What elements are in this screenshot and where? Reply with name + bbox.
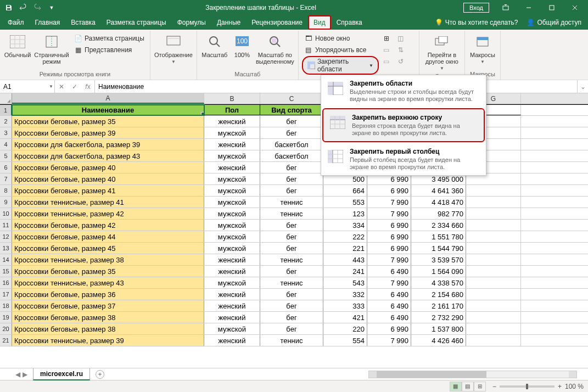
cell[interactable] — [466, 277, 521, 288]
cell[interactable]: женский — [204, 266, 260, 277]
cell[interactable]: мужской — [204, 323, 260, 334]
cell[interactable] — [466, 289, 521, 300]
cell[interactable]: Кроссовки беговые, размер 45 — [12, 243, 204, 254]
tab-pagelayout[interactable]: Разметка страницы — [101, 15, 172, 30]
zoom-level[interactable]: 100 % — [565, 383, 584, 390]
minimize-icon[interactable] — [518, 0, 540, 15]
cell[interactable]: 123 — [323, 208, 367, 219]
cell[interactable]: женский — [204, 139, 260, 150]
cell[interactable]: Кроссовки беговые, размер 38 — [12, 312, 204, 323]
next-sheet-icon[interactable]: ▶ — [23, 371, 27, 378]
row-header[interactable]: 18 — [0, 300, 12, 311]
cell[interactable]: Вид спорта — [260, 105, 323, 115]
row-header[interactable]: 4 — [0, 139, 12, 150]
share-button[interactable]: 👤Общий доступ — [522, 15, 586, 30]
cell[interactable]: Кроссовки беговые, размер 36 — [12, 289, 204, 300]
row-header[interactable]: 21 — [0, 335, 12, 346]
cell[interactable]: 221 — [323, 243, 367, 254]
cell[interactable]: 982 770 — [411, 208, 466, 219]
cell[interactable]: Кроссовки беговые, размер 40 — [12, 173, 204, 184]
fx-icon[interactable]: fx — [81, 80, 94, 93]
row-header[interactable]: 6 — [0, 162, 12, 173]
cell[interactable]: женский — [204, 116, 260, 127]
cell[interactable] — [466, 231, 521, 242]
arrange-all-button[interactable]: ▤Упорядочить все — [302, 44, 379, 55]
tab-review[interactable]: Рецензирование — [246, 15, 308, 30]
zoom-in-button[interactable]: + — [558, 383, 562, 390]
display-button[interactable]: Отображение▼ — [154, 32, 193, 65]
cell[interactable]: женский — [204, 162, 260, 173]
cell[interactable]: мужской — [204, 173, 260, 184]
zoom-slider[interactable] — [500, 385, 555, 388]
cell[interactable]: Наименование — [12, 105, 204, 115]
sheet-tab[interactable]: microexcel.ru — [33, 368, 90, 380]
cell[interactable]: 6 490 — [367, 289, 411, 300]
macros-button[interactable]: Макросы▼ — [468, 32, 497, 65]
cell[interactable]: 2 334 660 — [411, 220, 466, 231]
tab-file[interactable]: Файл — [2, 15, 30, 30]
cell[interactable] — [466, 266, 521, 277]
zoom-button[interactable]: Масштаб — [200, 32, 229, 59]
cell[interactable]: Кроссовки беговые, размер 38 — [12, 323, 204, 334]
cell[interactable]: Кроссовки для баскетбола, размер 39 — [12, 139, 204, 150]
zoom-out-button[interactable]: − — [492, 383, 496, 390]
cell[interactable]: Кроссовки беговые, размер 35 — [12, 266, 204, 277]
ribbon-options-icon[interactable] — [495, 0, 517, 15]
tab-insert[interactable]: Вставка — [65, 15, 101, 30]
cell[interactable]: бег — [260, 266, 323, 277]
cell[interactable]: Кроссовки для баскетбола, размер 43 — [12, 150, 204, 161]
cell[interactable]: 4 418 470 — [411, 197, 466, 208]
cell[interactable]: баскетбол — [260, 150, 323, 161]
cell[interactable]: теннис — [260, 254, 323, 265]
cell[interactable]: Кроссовки теннисные, размер 38 — [12, 254, 204, 265]
redo-icon[interactable] — [31, 1, 44, 14]
cell[interactable] — [466, 300, 521, 311]
cell[interactable]: мужской — [204, 197, 260, 208]
cell[interactable]: бег — [260, 243, 323, 254]
cell[interactable]: мужской — [204, 277, 260, 288]
freeze-panes-button[interactable]: Закрепить области▼ — [302, 56, 379, 75]
row-header[interactable]: 14 — [0, 254, 12, 265]
cell[interactable]: 1 537 800 — [411, 323, 466, 334]
chevron-down-icon[interactable]: ▼ — [49, 84, 53, 89]
split-button[interactable]: ⊞ — [380, 33, 393, 44]
cell[interactable]: мужской — [204, 220, 260, 231]
select-all-corner[interactable] — [0, 93, 12, 104]
zoom-100-button[interactable]: 100100% — [230, 32, 254, 59]
pagebreak-view-button[interactable]: Страничный режим — [33, 32, 70, 66]
cell[interactable]: Кроссовки беговые, размер 39 — [12, 127, 204, 138]
zoom-selection-button[interactable]: Масштаб по выделенному — [255, 32, 295, 66]
cell[interactable]: мужской — [204, 185, 260, 196]
cell[interactable]: 333 — [323, 300, 367, 311]
cell[interactable]: Кроссовки беговые, размер 42 — [12, 220, 204, 231]
cell[interactable]: бег — [260, 312, 323, 323]
cell[interactable]: Кроссовки теннисные, размер 42 — [12, 208, 204, 219]
row-header[interactable]: 3 — [0, 127, 12, 138]
cell[interactable]: 222 — [323, 231, 367, 242]
cell[interactable] — [466, 323, 521, 334]
cell[interactable]: Кроссовки беговые, размер 44 — [12, 231, 204, 242]
cell[interactable]: 6 990 — [367, 185, 411, 196]
freeze-first-col-item[interactable]: Закрепить первый столбецПервый столбец в… — [321, 143, 486, 175]
cell[interactable]: 241 — [323, 266, 367, 277]
row-header[interactable]: 2 — [0, 116, 12, 127]
cell[interactable]: 1 564 090 — [411, 266, 466, 277]
cell[interactable]: женский — [204, 335, 260, 346]
expand-formula-icon[interactable]: ⌄ — [577, 80, 588, 93]
cell[interactable]: бег — [260, 116, 323, 127]
cell[interactable]: Кроссовки теннисные, размер 39 — [12, 335, 204, 346]
cell[interactable]: Кроссовки беговые, размер 35 — [12, 116, 204, 127]
row-header[interactable]: 9 — [0, 197, 12, 208]
cell[interactable] — [466, 220, 521, 231]
save-icon[interactable] — [2, 1, 15, 14]
cell[interactable]: 334 — [323, 220, 367, 231]
col-header-A[interactable]: A — [12, 93, 204, 104]
cell[interactable]: Кроссовки беговые, размер 37 — [12, 300, 204, 311]
signin-button[interactable]: Вход — [463, 3, 489, 13]
view-pagebreak-icon[interactable]: ⊞ — [474, 382, 486, 391]
cell[interactable]: 553 — [323, 197, 367, 208]
row-header[interactable]: 12 — [0, 231, 12, 242]
cell[interactable]: бег — [260, 127, 323, 138]
cell[interactable] — [466, 312, 521, 323]
cell[interactable]: 6 490 — [367, 266, 411, 277]
